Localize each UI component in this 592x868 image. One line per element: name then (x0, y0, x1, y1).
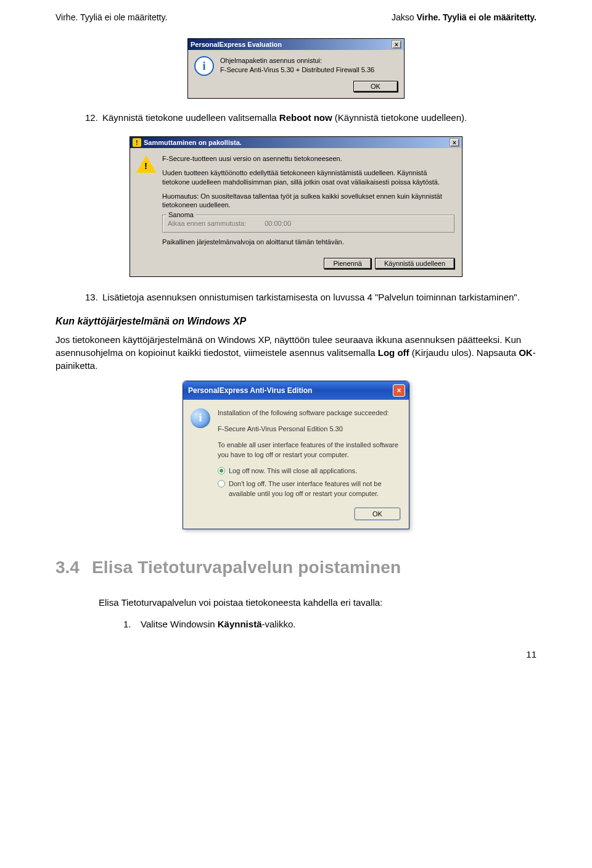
ok-button[interactable]: OK (355, 508, 400, 520)
dialog2-titlebar: ! Sammuttaminen on pakollista. × (130, 137, 462, 148)
dialog3-message: Installation of the following software p… (218, 408, 400, 502)
sanoma-fieldset: Sanoma Aikaa ennen sammutusta: 00:00:00 (162, 215, 454, 233)
info-icon: i (191, 408, 210, 428)
radio-icon[interactable] (218, 480, 225, 487)
dialog1-titlebar: PersonalExpress Evaluation × (188, 39, 404, 50)
header-left: Virhe. Tyyliä ei ole määritetty. (56, 12, 167, 22)
radio-logoff-now[interactable]: Log off now. This will close all applica… (218, 466, 400, 476)
section-heading-3-4: 3.4 Elisa Tietoturvapalvelun poistaminen (56, 558, 536, 577)
dialog3-titlebar: PersonalExpress Anti-Virus Edition × (183, 381, 409, 400)
dialog-shutdown-required: ! Sammuttaminen on pakollista. × F-Secur… (130, 136, 462, 277)
warning-icon (136, 155, 156, 173)
page-number: 11 (56, 649, 536, 659)
xp-paragraph: Jos tietokoneen käyttöjärjestelmänä on W… (56, 333, 536, 372)
restart-button[interactable]: Käynnistä uudelleen (375, 258, 454, 269)
list-item: 13. Lisätietoja asennuksen onnistumisen … (85, 291, 536, 304)
info-icon: i (194, 56, 214, 76)
close-icon[interactable]: × (393, 384, 405, 397)
timer-value: 00:00:00 (265, 219, 291, 228)
warning-icon: ! (133, 138, 141, 147)
dialog-personalexpress-eval: PersonalExpress Evaluation × i Ohjelmapa… (187, 38, 405, 99)
header-right: Jakso Virhe. Tyyliä ei ole määritetty. (392, 12, 536, 22)
radio-icon[interactable] (218, 467, 225, 474)
dialog1-text: Ohjelmapaketin asennus onnistui: F-Secur… (220, 56, 398, 76)
timer-label: Aikaa ennen sammutusta: (168, 219, 246, 228)
dialog-personalexpress-av: PersonalExpress Anti-Virus Edition × i I… (183, 381, 409, 530)
radio-dont-logoff[interactable]: Don't log off. The user interface featur… (218, 479, 400, 499)
list-item: 1. Valitse Windowsin Käynnistä-valikko. (123, 618, 536, 630)
ok-button[interactable]: OK (353, 81, 398, 92)
section34-intro: Elisa Tietoturvapalvelun voi poistaa tie… (99, 596, 536, 609)
dialog3-title: PersonalExpress Anti-Virus Edition (188, 386, 312, 395)
page-header: Virhe. Tyyliä ei ole määritetty. Jakso V… (56, 12, 536, 22)
dialog2-message: F-Secure-tuotteen uusi versio on asennet… (162, 154, 454, 252)
close-icon[interactable]: × (450, 138, 459, 147)
close-icon[interactable]: × (392, 40, 401, 49)
list-item: 12. Käynnistä tietokone uudelleen valits… (85, 111, 536, 124)
minimize-button[interactable]: Pienennä (324, 258, 371, 269)
dialog1-title: PersonalExpress Evaluation (191, 41, 282, 48)
dialog2-title: Sammuttaminen on pakollista. (144, 139, 242, 146)
subhead-windows-xp: Kun käyttöjärjestelmänä on Windows XP (56, 316, 536, 327)
